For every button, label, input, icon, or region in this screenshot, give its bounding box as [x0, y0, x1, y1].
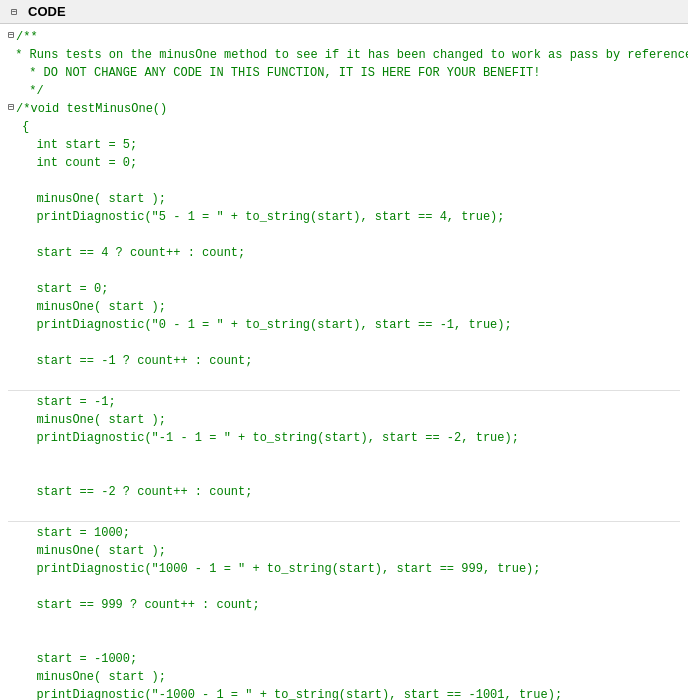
code-text: start == 4 ? count++ : count;	[22, 244, 245, 262]
code-separator	[8, 521, 680, 522]
code-text: * DO NOT CHANGE ANY CODE IN THIS FUNCTIO…	[22, 64, 540, 82]
code-line: start == 999 ? count++ : count;	[8, 596, 680, 614]
code-line: start == 4 ? count++ : count;	[8, 244, 680, 262]
code-text: start = 0;	[22, 280, 108, 298]
code-text: minusOne( start );	[22, 411, 166, 429]
code-text: printDiagnostic("-1000 - 1 = " + to_stri…	[22, 686, 562, 700]
code-line: minusOne( start );	[8, 668, 680, 686]
code-line: {	[8, 118, 680, 136]
code-text: * Runs tests on the minusOne method to s…	[8, 46, 688, 64]
code-line: printDiagnostic("0 - 1 = " + to_string(s…	[8, 316, 680, 334]
code-line	[8, 465, 680, 483]
code-text: start = -1000;	[22, 650, 137, 668]
code-line: ⊟/*void testMinusOne()	[8, 100, 680, 118]
code-text: int count = 0;	[22, 154, 137, 172]
code-line: start = 1000;	[8, 524, 680, 542]
code-text: start = -1;	[22, 393, 116, 411]
code-text: start = 1000;	[22, 524, 130, 542]
code-line: start == -1 ? count++ : count;	[8, 352, 680, 370]
code-text: printDiagnostic("1000 - 1 = " + to_strin…	[22, 560, 540, 578]
code-line: * DO NOT CHANGE ANY CODE IN THIS FUNCTIO…	[8, 64, 680, 82]
code-text: /*void testMinusOne()	[16, 100, 167, 118]
code-line: minusOne( start );	[8, 542, 680, 560]
code-line	[8, 226, 680, 244]
code-line: start = 0;	[8, 280, 680, 298]
code-line	[8, 370, 680, 388]
code-line	[8, 262, 680, 280]
code-text: minusOne( start );	[22, 668, 166, 686]
code-line: start == -2 ? count++ : count;	[8, 483, 680, 501]
code-line	[8, 501, 680, 519]
code-line	[8, 578, 680, 596]
header-title: CODE	[28, 4, 66, 19]
code-text: /**	[16, 28, 38, 46]
code-line	[8, 334, 680, 352]
code-line: printDiagnostic("1000 - 1 = " + to_strin…	[8, 560, 680, 578]
code-line: minusOne( start );	[8, 411, 680, 429]
code-line	[8, 614, 680, 632]
code-line: printDiagnostic("5 - 1 = " + to_string(s…	[8, 208, 680, 226]
code-text: printDiagnostic("0 - 1 = " + to_string(s…	[22, 316, 512, 334]
code-text: minusOne( start );	[22, 542, 166, 560]
code-text: start == -2 ? count++ : count;	[22, 483, 252, 501]
code-container: ⊟/** * Runs tests on the minusOne method…	[0, 24, 688, 700]
code-text: printDiagnostic("-1 - 1 = " + to_string(…	[22, 429, 519, 447]
code-text: start == -1 ? count++ : count;	[22, 352, 252, 370]
fold-marker[interactable]: ⊟	[8, 28, 14, 46]
code-line: int count = 0;	[8, 154, 680, 172]
collapse-icon[interactable]: ⊟	[8, 6, 20, 18]
code-text: int start = 5;	[22, 136, 137, 154]
code-line: ⊟/**	[8, 28, 680, 46]
code-text: */	[22, 82, 44, 100]
code-line: start = -1;	[8, 393, 680, 411]
code-text: minusOne( start );	[22, 190, 166, 208]
code-line: minusOne( start );	[8, 298, 680, 316]
code-text: {	[22, 118, 29, 136]
code-text: minusOne( start );	[22, 298, 166, 316]
code-separator	[8, 390, 680, 391]
code-line	[8, 447, 680, 465]
code-text: printDiagnostic("5 - 1 = " + to_string(s…	[22, 208, 504, 226]
code-line: * Runs tests on the minusOne method to s…	[8, 46, 680, 64]
code-line: start = -1000;	[8, 650, 680, 668]
code-line	[8, 172, 680, 190]
code-line: int start = 5;	[8, 136, 680, 154]
fold-marker[interactable]: ⊟	[8, 100, 14, 118]
header-bar: ⊟ CODE	[0, 0, 688, 24]
code-line: */	[8, 82, 680, 100]
code-text: start == 999 ? count++ : count;	[22, 596, 260, 614]
code-line: printDiagnostic("-1 - 1 = " + to_string(…	[8, 429, 680, 447]
code-line	[8, 632, 680, 650]
code-line: printDiagnostic("-1000 - 1 = " + to_stri…	[8, 686, 680, 700]
code-line: minusOne( start );	[8, 190, 680, 208]
